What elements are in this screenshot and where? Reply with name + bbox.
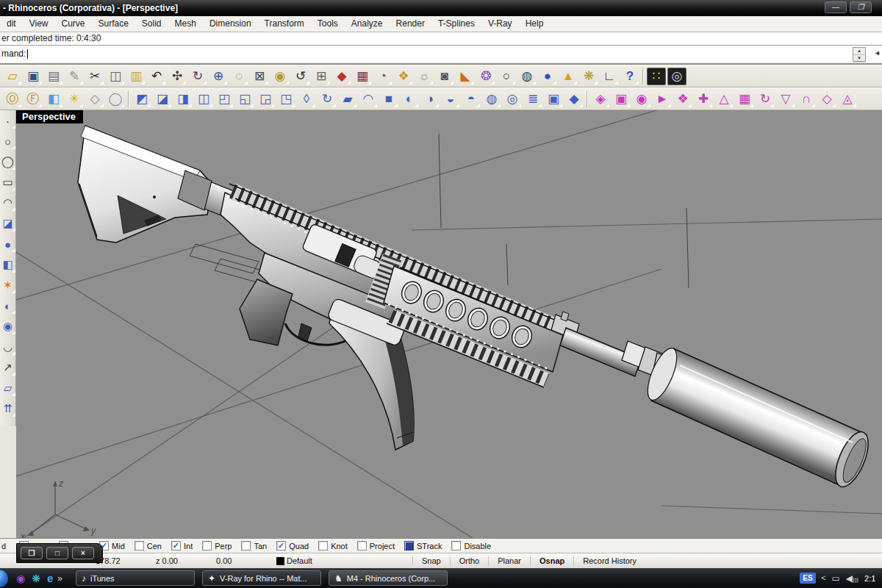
save-icon[interactable]: ▣ bbox=[23, 67, 43, 86]
osnap-knot[interactable]: Knot bbox=[318, 541, 348, 551]
layer-icon[interactable]: ◔ bbox=[373, 67, 393, 86]
command-input[interactable]: mand: ▲▼ ◄ bbox=[0, 46, 882, 65]
title-bar[interactable]: - Rhinoceros (Corporativa) - [Perspectiv… bbox=[0, 0, 882, 16]
quicklaunch-overflow-chevron[interactable]: » bbox=[57, 573, 62, 584]
rectangle-icon[interactable]: ▭ bbox=[0, 172, 16, 193]
solid-shell-icon[interactable]: ◰ bbox=[214, 90, 234, 109]
menu-help[interactable]: Help bbox=[519, 16, 551, 32]
language-indicator[interactable]: ES bbox=[800, 573, 815, 584]
ts-hand-icon[interactable]: ❖ bbox=[673, 90, 693, 109]
options-gears-icon[interactable]: ❋ bbox=[578, 67, 599, 86]
osnap-cen[interactable]: Cen bbox=[135, 541, 162, 551]
child-close-button[interactable]: × bbox=[72, 547, 94, 559]
status-ortho[interactable]: Ortho bbox=[450, 556, 489, 565]
ts-planes-icon[interactable]: ∩ bbox=[796, 90, 817, 109]
vray-sphere-icon[interactable]: ◯ bbox=[105, 90, 126, 109]
menu-render[interactable]: Render bbox=[390, 16, 431, 32]
checkbox[interactable] bbox=[451, 541, 461, 551]
ts-vertex-icon[interactable]: △ bbox=[714, 90, 734, 109]
solid-offset-icon[interactable]: ◱ bbox=[234, 90, 255, 109]
toolbar-separator[interactable] bbox=[126, 90, 132, 109]
menu-vray[interactable]: V-Ray bbox=[481, 16, 519, 32]
dimension-icon[interactable]: ∟ bbox=[599, 67, 620, 86]
tag-o-icon[interactable]: Ⓞ bbox=[2, 90, 23, 109]
point-icon[interactable]: · bbox=[0, 110, 16, 131]
patch-icon[interactable]: ◧ bbox=[0, 254, 16, 275]
menu-tools[interactable]: Tools bbox=[311, 16, 345, 32]
cube-solid-icon[interactable]: ◆ bbox=[564, 90, 584, 109]
cube-icon[interactable]: ◧ bbox=[43, 90, 64, 109]
checkbox[interactable] bbox=[357, 541, 367, 551]
corner-swap-icon[interactable]: ◓ bbox=[461, 90, 481, 109]
checkbox[interactable] bbox=[135, 541, 144, 551]
ts-dodeca-icon[interactable]: ▽ bbox=[775, 90, 796, 109]
solid-bend-icon[interactable]: ◠ bbox=[358, 90, 379, 109]
rifle-3d-model[interactable]: z y x bbox=[16, 110, 882, 538]
toolbar-separator[interactable] bbox=[640, 67, 646, 86]
vray-wedge-icon[interactable]: ◣ bbox=[455, 67, 476, 86]
solid-extrude-icon[interactable]: ◨ bbox=[173, 90, 193, 109]
network-icon[interactable]: ▭ bbox=[831, 573, 839, 584]
render-globe-icon[interactable]: ● bbox=[537, 67, 558, 86]
checkbox[interactable] bbox=[318, 541, 328, 551]
move-point-icon[interactable]: ↗ bbox=[0, 357, 16, 378]
menu-mesh[interactable]: Mesh bbox=[168, 16, 203, 32]
sphere-blue-icon[interactable]: ● bbox=[0, 234, 16, 254]
pan-icon[interactable]: ✣ bbox=[167, 67, 187, 86]
tag-f-icon[interactable]: Ⓕ bbox=[23, 90, 43, 109]
command-history[interactable]: er completed time: 0:4:30 bbox=[0, 32, 882, 46]
grid-plane-icon[interactable]: ▦ bbox=[352, 67, 373, 86]
checkbox[interactable]: ✓ bbox=[171, 541, 181, 551]
osnap-disable[interactable]: Disable bbox=[451, 541, 491, 551]
menu-tsplines[interactable]: T-Splines bbox=[431, 16, 481, 32]
menu-solid[interactable]: Solid bbox=[135, 16, 168, 32]
osnap-tan[interactable]: Tan bbox=[241, 541, 267, 551]
status-record-history[interactable]: Record History bbox=[573, 556, 645, 565]
start-button[interactable] bbox=[0, 569, 9, 588]
minimized-child-window[interactable]: ❐□× bbox=[16, 543, 103, 563]
volume-icon[interactable]: ◀))) bbox=[846, 573, 858, 584]
menu-edit[interactable]: dit bbox=[0, 16, 23, 32]
split-icon[interactable]: ◐ bbox=[0, 295, 16, 316]
extrude-icon[interactable]: ⇈ bbox=[0, 398, 16, 419]
undo-icon[interactable]: ↶ bbox=[146, 67, 167, 86]
solid-merge-icon[interactable]: ◲ bbox=[255, 90, 276, 109]
command-spinner[interactable]: ▲▼ bbox=[853, 47, 866, 62]
sphere-pair-icon[interactable]: ◐ bbox=[399, 90, 420, 109]
checkbox[interactable]: ✓ bbox=[276, 541, 286, 551]
circle-icon[interactable]: ○ bbox=[0, 131, 16, 151]
zoom-extents-icon[interactable]: ⊠ bbox=[249, 67, 270, 86]
undo-view-icon[interactable]: ↺ bbox=[290, 67, 311, 86]
sphere-icon[interactable]: ○ bbox=[496, 67, 517, 86]
zoom-selected-icon[interactable]: ◉ bbox=[270, 67, 290, 86]
zoom-window-icon[interactable]: ◌ bbox=[229, 67, 249, 86]
menu-view[interactable]: View bbox=[23, 16, 55, 32]
zoom-in-icon[interactable]: ⊕ bbox=[208, 67, 229, 86]
sphere-grid-icon[interactable]: ◍ bbox=[517, 67, 537, 86]
points-pair-icon[interactable]: ◉ bbox=[0, 316, 16, 337]
sphere-intersect-icon[interactable]: ◒ bbox=[440, 90, 461, 109]
toolbar-separator[interactable] bbox=[584, 90, 590, 109]
color-wheel-icon[interactable]: ❂ bbox=[476, 67, 496, 86]
ts-surface-icon[interactable]: ◈ bbox=[590, 90, 611, 109]
copy-icon[interactable]: ◫ bbox=[105, 67, 126, 86]
solid-cube2-icon[interactable]: ■ bbox=[379, 90, 399, 109]
ts-axis-icon[interactable]: ✚ bbox=[693, 90, 714, 109]
taskbar-rhino-button[interactable]: ♞ M4 - Rhinoceros (Corp... bbox=[329, 570, 448, 586]
asterisk-icon[interactable]: ✳ bbox=[64, 90, 85, 109]
suppressor[interactable] bbox=[642, 345, 875, 492]
status-planar[interactable]: Planar bbox=[488, 556, 530, 565]
osnap-mid[interactable]: ✓ Mid bbox=[99, 541, 125, 551]
ts-grid-icon[interactable]: ▦ bbox=[734, 90, 755, 109]
ts-sphere-icon[interactable]: ◉ bbox=[631, 90, 652, 109]
taskbar-vray-button[interactable]: ✦ V-Ray for Rhino -- Mat... bbox=[202, 570, 321, 586]
properties-icon[interactable]: ❖ bbox=[393, 67, 414, 86]
wrap-surface-icon[interactable]: ◍ bbox=[481, 90, 502, 109]
checkbox[interactable] bbox=[404, 541, 414, 551]
explode-icon[interactable]: ✶ bbox=[0, 275, 16, 295]
mirror-panel-icon[interactable]: ◎ bbox=[502, 90, 523, 109]
help-icon[interactable]: ? bbox=[620, 67, 640, 86]
menu-dimension[interactable]: Dimension bbox=[203, 16, 258, 32]
checkbox[interactable] bbox=[241, 541, 251, 551]
solid-rotate-icon[interactable]: ↻ bbox=[317, 90, 337, 109]
